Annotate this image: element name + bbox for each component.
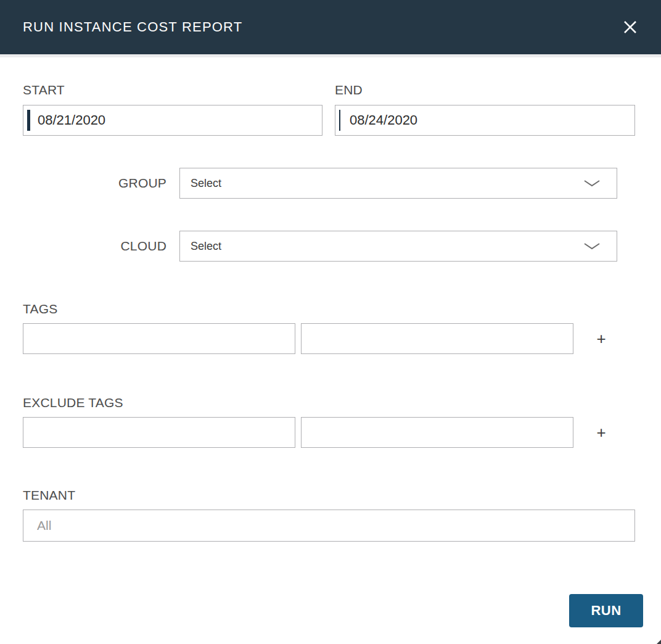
close-icon bbox=[622, 19, 639, 36]
modal-title: RUN INSTANCE COST REPORT bbox=[23, 19, 242, 35]
start-date-field bbox=[23, 105, 322, 136]
tags-label: TAGS bbox=[23, 302, 57, 316]
group-select[interactable]: Select bbox=[179, 168, 617, 199]
header-divider bbox=[0, 54, 661, 57]
exclude-tags-label: EXCLUDE TAGS bbox=[23, 395, 123, 410]
start-date-input[interactable] bbox=[23, 105, 322, 136]
start-label: START bbox=[23, 83, 65, 97]
end-accent-bar bbox=[339, 110, 340, 131]
corner-resize-artifact bbox=[657, 640, 661, 644]
group-label: GROUP bbox=[0, 176, 166, 191]
exclude-tag-name-input[interactable] bbox=[23, 417, 295, 448]
end-date-field bbox=[335, 105, 635, 136]
cloud-label: CLOUD bbox=[0, 239, 166, 254]
tag-name-input[interactable] bbox=[23, 323, 295, 354]
chevron-down-icon bbox=[583, 242, 601, 250]
tag-value-input[interactable] bbox=[301, 323, 573, 354]
cloud-select[interactable]: Select bbox=[179, 231, 617, 262]
end-label: END bbox=[335, 83, 363, 97]
end-date-input[interactable] bbox=[335, 105, 635, 136]
run-button[interactable]: RUN bbox=[569, 594, 643, 627]
group-select-value: Select bbox=[191, 177, 221, 190]
tenant-label: TENANT bbox=[23, 488, 75, 503]
tenant-input[interactable] bbox=[23, 510, 635, 542]
start-accent-bar bbox=[27, 110, 30, 131]
chevron-down-icon bbox=[583, 180, 601, 187]
add-tag-button[interactable]: + bbox=[588, 323, 615, 354]
cloud-select-value: Select bbox=[191, 240, 221, 253]
exclude-tag-value-input[interactable] bbox=[301, 417, 573, 448]
add-exclude-tag-button[interactable]: + bbox=[588, 417, 615, 448]
close-button[interactable] bbox=[618, 15, 643, 39]
modal-header: RUN INSTANCE COST REPORT bbox=[0, 0, 661, 54]
